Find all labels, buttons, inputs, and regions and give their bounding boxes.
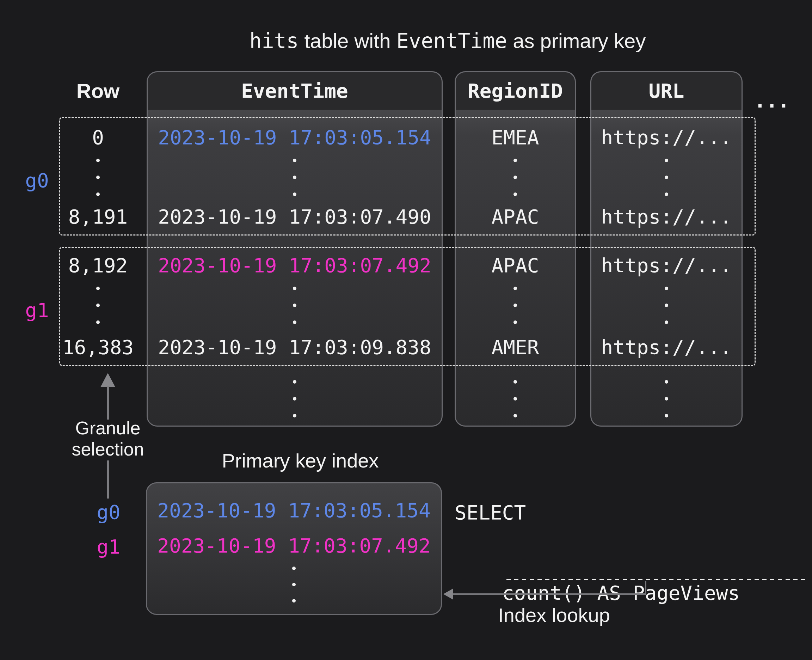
regionid-column-label: RegionID [468,79,563,102]
title-tail-text: as primary key [507,29,646,52]
eventtime-column-label: EventTime [241,79,348,102]
url-column-label: URL [649,79,684,102]
where-clause-underline [507,579,809,580]
pk-index-g0-value: 2023-10-19 17:03:05.154 [146,501,442,520]
index-lookup-arrowhead-icon [443,589,453,600]
sql-query: SELECT count() AS PageViews FROM hits WH… [454,446,787,660]
sql-line-count: count() AS PageViews [454,580,787,606]
pk-index-g1-value: 2023-10-19 17:03:07.492 [146,536,442,556]
granule-g0-outline [59,117,756,235]
vertical-ellipsis [292,566,296,603]
vertical-ellipsis [293,380,296,417]
index-lookup-arrow-vertical [645,581,646,595]
regionid-column-header: RegionID [456,72,575,109]
title-hits-code: hits [250,29,299,53]
row-column-header: Row [54,81,142,101]
primary-key-index-title: Primary key index [195,449,406,472]
pk-index-g0-label: g0 [85,502,131,522]
pk-index-g1-label: g1 [85,537,131,557]
title-mid-text: table with [299,29,396,52]
title-eventtime-code: EventTime [396,29,507,53]
sql-line-select: SELECT [454,499,787,526]
vertical-ellipsis [665,380,668,417]
granule-g1-outline [59,247,756,366]
granule-selection-label-line1: Granule [37,417,178,439]
granule-selection-arrow-shaft [107,386,109,420]
granule-selection-arrow-tail [107,460,109,498]
granule-g1-label: g1 [14,300,60,320]
index-lookup-arrow-horizontal [452,593,646,595]
granule-g0-label: g0 [14,171,60,190]
vertical-ellipsis [513,380,517,417]
eventtime-column-header: EventTime [148,72,442,109]
more-columns-ellipsis: ... [749,91,795,111]
index-lookup-label: Index lookup [455,604,653,627]
granule-selection-label-line2: selection [37,439,178,460]
granule-selection-label: Granule selection [37,417,178,460]
url-column-header: URL [591,72,741,109]
page-title: hits table with EventTime as primary key [197,29,698,53]
granule-selection-arrowhead-icon [100,373,115,387]
